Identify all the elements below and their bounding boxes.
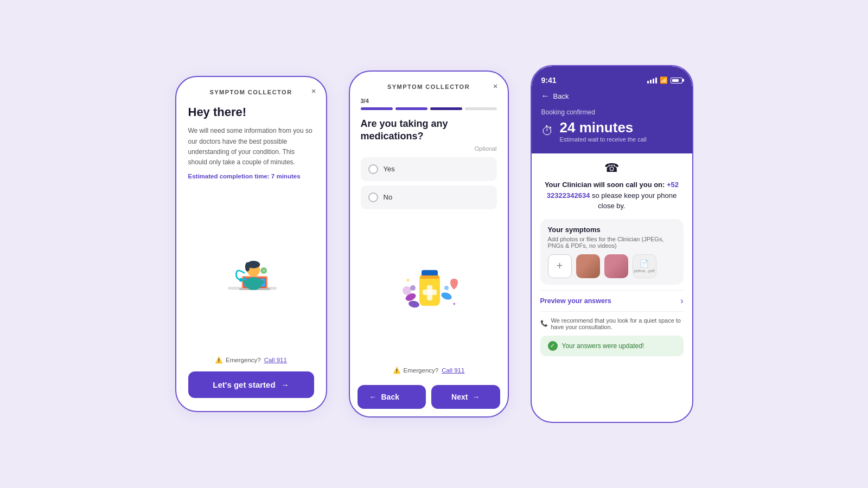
back-text: Back — [553, 92, 569, 100]
file-thumb-1[interactable] — [576, 254, 600, 278]
next-arrow-icon: → — [472, 393, 480, 401]
screen1-time: Estimated completion time: 7 minutes — [188, 173, 314, 179]
pdf-label: pdtna...pdf — [634, 268, 655, 273]
screen2-title: SYMPTOM COLLECTOR — [387, 84, 470, 90]
screens-container: SYMPTOM COLLECTOR × Hey there! We will n… — [175, 65, 693, 423]
screen1-illustration: + — [188, 189, 314, 352]
emergency-link-2[interactable]: Call 911 — [442, 367, 464, 374]
battery-icon — [671, 78, 682, 84]
next-button[interactable]: Next → — [431, 385, 500, 409]
screen3-phone: 9:41 📶 ← Back Booki — [531, 65, 693, 423]
screen2-body: Are you taking any medications? Optional… — [350, 110, 508, 385]
file-thumb-pdf[interactable]: 📄 pdtna...pdf — [633, 254, 656, 278]
wait-minutes: 24 minutes — [560, 119, 647, 136]
svg-point-23 — [444, 286, 449, 290]
toast-check-icon: ✓ — [548, 341, 558, 351]
svg-point-9 — [239, 278, 242, 282]
quiet-text-content: We recommend that you look for a quiet s… — [551, 317, 684, 330]
chevron-right-icon: › — [680, 296, 683, 306]
booking-label: Booking confirmed — [541, 108, 682, 116]
option-yes-label: Yes — [384, 165, 395, 173]
emergency-text-2: Emergency? — [404, 367, 439, 374]
symptoms-card: Your symptoms Add photos or files for th… — [540, 219, 684, 285]
back-arrow-icon-3: ← — [541, 91, 550, 101]
status-bar: 9:41 📶 — [541, 76, 682, 85]
screen1-body: Hey there! We will need some information… — [176, 100, 326, 411]
toast-notification: ✓ Your answers were updated! — [540, 336, 684, 356]
screen1-phone: SYMPTOM COLLECTOR × Hey there! We will n… — [175, 76, 327, 412]
screen2-progress: 3/4 — [350, 93, 508, 110]
svg-point-8 — [245, 262, 250, 272]
wifi-icon: 📶 — [660, 76, 668, 84]
pdf-icon: 📄 — [640, 259, 649, 268]
radio-yes — [368, 164, 378, 174]
wait-est: Estimated wait to receive the call — [560, 136, 647, 143]
status-icons: 📶 — [647, 76, 682, 84]
back-arrow-icon: ← — [369, 393, 377, 401]
screen2-emergency: ⚠️ Emergency? Call 911 — [361, 367, 497, 374]
close-icon-2[interactable]: × — [493, 81, 498, 91]
screen1-description: We will need some information from you s… — [188, 126, 314, 168]
add-file-button[interactable]: + — [548, 254, 572, 278]
clock-icon: ⏱ — [541, 124, 553, 138]
svg-point-24 — [403, 286, 411, 295]
emergency-link[interactable]: Call 911 — [264, 357, 287, 363]
screen1-title: SYMPTOM COLLECTOR — [209, 89, 292, 95]
screen1-heading: Hey there! — [188, 105, 314, 119]
screen1-emergency: ⚠️ Emergency? Call 911 — [188, 356, 314, 364]
symptoms-desc: Add photos or files for the Clinician (J… — [548, 236, 676, 249]
screen2-footer: ← Back Next → — [350, 385, 508, 416]
radio-no — [368, 192, 378, 202]
back-button[interactable]: ← Back — [358, 385, 426, 409]
file-thumb-2[interactable] — [604, 254, 628, 278]
files-row: + 📄 pdtna...pdf — [548, 254, 676, 278]
signal-icon — [647, 78, 657, 84]
progress-label: 3/4 — [361, 98, 497, 104]
screen2-question: Are you taking any medications? — [361, 118, 497, 143]
phone-icon: 📞 — [540, 320, 548, 327]
screen1-header: SYMPTOM COLLECTOR × — [176, 77, 326, 100]
option-no-label: No — [384, 193, 393, 201]
screen3-body: ☎ Your Clinician will soon call you on: … — [532, 153, 692, 422]
wait-row: ⏱ 24 minutes Estimated wait to receive t… — [541, 119, 682, 143]
screen2-illustration: ✦ ✦ — [361, 214, 497, 362]
clinician-pre: Your Clinician will soon call you on: — [545, 181, 665, 189]
clinician-post: so please keep your phone close by. — [592, 191, 676, 210]
option-no[interactable]: No — [361, 185, 497, 209]
svg-text:+: + — [262, 268, 265, 273]
clinician-text: Your Clinician will soon call you on: +5… — [540, 179, 684, 211]
phone-ring-icon: ☎ — [540, 161, 684, 175]
emergency-text: Emergency? — [226, 357, 261, 363]
screen3-top: 9:41 📶 ← Back Booki — [532, 66, 692, 153]
get-started-button[interactable]: Let's get started → — [188, 371, 314, 398]
screen2-header: SYMPTOM COLLECTOR × — [350, 72, 508, 93]
symptoms-title: Your symptoms — [548, 226, 676, 234]
arrow-right-icon: → — [281, 380, 289, 389]
back-row[interactable]: ← Back — [541, 91, 682, 101]
back-label: Back — [381, 393, 399, 401]
quiet-text: 📞 We recommend that you look for a quiet… — [540, 317, 684, 330]
close-icon[interactable]: × — [311, 87, 316, 95]
svg-rect-18 — [423, 290, 437, 295]
svg-point-20 — [408, 300, 420, 308]
warning-icon: ⚠️ — [215, 356, 222, 364]
warning-icon-2: ⚠️ — [393, 367, 400, 374]
svg-text:✦: ✦ — [405, 277, 411, 284]
option-yes[interactable]: Yes — [361, 157, 497, 181]
toast-text: Your answers were updated! — [562, 342, 644, 350]
svg-text:✦: ✦ — [452, 301, 456, 307]
svg-rect-16 — [420, 275, 439, 279]
get-started-label: Let's get started — [213, 380, 275, 389]
time-display: 9:41 — [541, 76, 557, 85]
preview-row[interactable]: Preview your answers › — [540, 290, 684, 312]
optional-label: Optional — [361, 145, 497, 152]
next-label: Next — [451, 393, 468, 401]
svg-point-21 — [441, 291, 453, 301]
screen2-phone: SYMPTOM COLLECTOR × 3/4 Are you taking a… — [349, 70, 509, 418]
preview-label: Preview your answers — [540, 297, 611, 305]
